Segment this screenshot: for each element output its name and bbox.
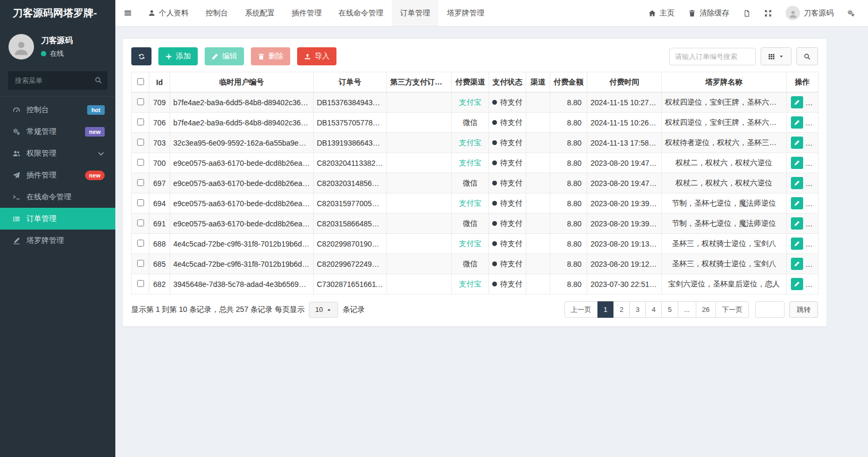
refresh-button[interactable]	[131, 47, 151, 65]
page-jump-button[interactable]: 跳转	[789, 301, 818, 318]
import-button[interactable]: 导入	[297, 47, 336, 65]
row-edit-button[interactable]	[791, 278, 803, 290]
page-next[interactable]: 下一页	[715, 301, 749, 318]
cell-channel: 支付宝	[452, 133, 489, 153]
navbar-user[interactable]: 刀客源码	[779, 0, 840, 26]
cell-tarot-name: 圣杯三，权杖骑士逆位，宝剑八	[662, 254, 787, 274]
cell-id: 688	[149, 234, 170, 254]
home-link[interactable]: 主页	[642, 0, 681, 26]
sidebar-item-plugin[interactable]: 插件管理new	[0, 164, 115, 186]
page-prev[interactable]: 上一页	[564, 301, 598, 318]
tab-system-config[interactable]: 系统配置	[237, 0, 283, 26]
home-label: 主页	[660, 9, 675, 18]
app-root: 刀客源码网塔罗牌- 刀客源码 在线 控制台hot常规管理new权限管理插件管理n…	[0, 0, 868, 457]
cell-qudao	[526, 173, 550, 193]
status-label: 待支付	[500, 239, 523, 248]
pencil-icon	[794, 281, 800, 287]
page-ellipsis[interactable]: ...	[678, 301, 696, 318]
cell-user-no: e9ce0575-aa63-6170-bede-dcd8b26eaaca	[170, 193, 314, 214]
page-1[interactable]: 1	[597, 301, 614, 318]
tab-tarot[interactable]: 塔罗牌管理	[439, 0, 493, 26]
cell-order-no: DB15375705778500	[314, 113, 387, 133]
row-edit-button[interactable]	[791, 217, 803, 230]
page-26[interactable]: 26	[696, 301, 716, 318]
edit-button[interactable]: 编辑	[205, 47, 244, 65]
delete-button[interactable]: 删除	[251, 47, 290, 65]
row-checkbox[interactable]	[137, 260, 144, 267]
cell-checkbox	[132, 113, 149, 133]
columns-button[interactable]	[761, 47, 791, 65]
cell-order-no: C820315866485132	[314, 214, 387, 234]
sidebar-toggle-button[interactable]	[115, 0, 140, 26]
row-checkbox[interactable]	[137, 159, 144, 166]
app-logo[interactable]: 刀客源码网塔罗牌-	[0, 0, 115, 27]
sidebar-item-tarot[interactable]: 塔罗牌管理	[0, 230, 115, 251]
add-button[interactable]: 添加	[158, 47, 198, 65]
tab-order[interactable]: 订单管理	[392, 0, 439, 26]
cell-order-no: C820315977005249	[314, 193, 387, 214]
row-checkbox[interactable]	[137, 199, 144, 206]
sidebar-item-permission[interactable]: 权限管理	[0, 142, 115, 164]
cell-tarot-name: 节制，圣杯七逆位，魔法师逆位	[662, 214, 787, 234]
page-2[interactable]: 2	[613, 301, 630, 318]
menu-badge: hot	[87, 105, 105, 115]
row-edit-button[interactable]	[791, 96, 803, 108]
pencil-icon	[794, 261, 800, 267]
page-5[interactable]: 5	[661, 301, 678, 318]
sidebar-item-online-command[interactable]: 在线命令管理	[0, 186, 115, 208]
row-edit-button[interactable]	[791, 197, 803, 209]
search-icon[interactable]	[95, 77, 102, 84]
cell-id: 697	[149, 173, 170, 193]
page-4[interactable]: 4	[645, 301, 662, 318]
status-label: 待支付	[500, 158, 523, 167]
row-edit-button[interactable]	[791, 258, 803, 270]
caret-down-icon	[779, 54, 784, 59]
cell-third-party-no	[387, 133, 452, 153]
cell-amount: 8.80	[550, 254, 587, 274]
row-edit-button[interactable]	[791, 238, 803, 250]
row-checkbox[interactable]	[137, 179, 144, 186]
refresh-frame-button[interactable]	[736, 0, 757, 26]
sidebar-item-label: 在线命令管理	[27, 192, 71, 202]
sidebar-item-label: 权限管理	[27, 149, 56, 158]
row-checkbox[interactable]	[137, 280, 144, 287]
row-edit-button[interactable]	[791, 137, 803, 149]
row-checkbox[interactable]	[137, 119, 144, 125]
row-checkbox[interactable]	[137, 240, 144, 247]
row-checkbox[interactable]	[137, 139, 144, 146]
page-size-value: 10	[315, 306, 323, 314]
clear-cache-link[interactable]: 清除缓存	[681, 0, 736, 26]
pencil-icon	[794, 160, 800, 166]
user-status-label: 在线	[50, 49, 64, 58]
row-checkbox[interactable]	[137, 219, 144, 226]
order-search-input[interactable]	[669, 48, 756, 65]
cell-pay-time: 2023-08-20 19:12:47	[587, 254, 662, 274]
page-jump-input[interactable]	[755, 301, 785, 318]
sidebar-item-general[interactable]: 常规管理new	[0, 121, 115, 142]
row-edit-button[interactable]	[791, 157, 803, 169]
status-dot	[492, 282, 497, 286]
row-checkbox[interactable]	[137, 98, 144, 105]
status-dot	[492, 140, 497, 145]
row-edit-button[interactable]	[791, 177, 803, 189]
page-size-select[interactable]: 10	[309, 302, 338, 318]
tab-online-command[interactable]: 在线命令管理	[330, 0, 392, 26]
row-edit-button[interactable]	[791, 116, 803, 129]
select-all-checkbox[interactable]	[137, 78, 144, 85]
fullscreen-button[interactable]	[757, 0, 779, 26]
tab-console[interactable]: 控制台	[197, 0, 237, 26]
settings-button[interactable]	[840, 0, 862, 26]
sidebar-search	[8, 71, 107, 90]
tab-profile[interactable]: 个人资料	[140, 0, 197, 26]
page-3[interactable]: 3	[629, 301, 646, 318]
sidebar-item-console[interactable]: 控制台hot	[0, 99, 115, 121]
cell-status: 待支付	[489, 214, 526, 234]
sidebar-search-input[interactable]	[8, 71, 107, 90]
tab-plugin[interactable]: 插件管理	[283, 0, 330, 26]
cell-order-no: C730287165166114	[314, 274, 387, 294]
cell-order-no: C820320411338203	[314, 153, 387, 173]
table-search-button[interactable]	[796, 47, 818, 65]
tab-label: 控制台	[206, 9, 228, 18]
sidebar-item-order[interactable]: 订单管理	[0, 208, 115, 230]
cell-third-party-no	[387, 92, 452, 113]
